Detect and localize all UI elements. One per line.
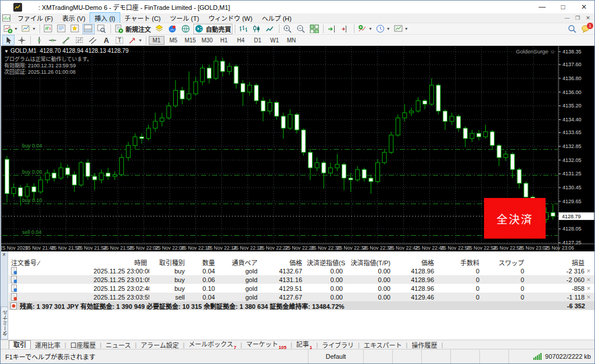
chevron-down-icon[interactable]: ▼: [404, 27, 408, 31]
timeframe-m1[interactable]: M1: [149, 36, 164, 45]
menu-item-4[interactable]: ツール (T): [166, 13, 204, 23]
tab-6-マーケット[interactable]: マーケット105: [242, 339, 291, 349]
new-order-button[interactable]: 新規注文: [113, 24, 152, 34]
menu-item-2[interactable]: 挿入 (I): [90, 13, 120, 23]
column-header-6[interactable]: 決済逆指値(S/L): [304, 258, 345, 267]
one-click-trading-toggle[interactable]: ▼: [4, 49, 9, 54]
indicators-button[interactable]: ▼: [357, 24, 374, 34]
profiles-button[interactable]: ▼: [20, 24, 37, 34]
templates-button[interactable]: ▼: [393, 24, 410, 34]
close-button[interactable]: ✕: [574, 1, 594, 13]
line-chart-button[interactable]: [264, 24, 277, 34]
chart-shift-button[interactable]: [339, 24, 352, 34]
label-button[interactable]: T: [113, 35, 126, 45]
order-row[interactable]: 2025.11.25 23:02:40buy0.10gold4129.510.0…: [9, 284, 595, 293]
column-header-0[interactable]: 注文番号 ∕: [9, 258, 91, 267]
text-button[interactable]: A: [100, 35, 112, 45]
candle-chart-button[interactable]: [251, 24, 263, 34]
tab-1-運用比率[interactable]: 運用比率: [31, 340, 64, 349]
web-trading-button[interactable]: [180, 24, 192, 34]
strategy-tester-button[interactable]: [96, 24, 108, 34]
mdi-minimize-icon[interactable]: —: [564, 15, 571, 21]
column-header-5[interactable]: 価格: [260, 258, 304, 267]
terminal-button[interactable]: [83, 24, 95, 34]
navigator-button[interactable]: [69, 24, 81, 34]
tab-10-操作履歴[interactable]: 操作履歴: [407, 340, 441, 349]
tab-5-メールボックス[interactable]: メールボックス7: [185, 339, 241, 349]
new-chart-button[interactable]: ▼: [2, 24, 19, 34]
maximize-button[interactable]: □: [553, 1, 574, 13]
tab-0-取引[interactable]: 取引: [9, 340, 31, 349]
timeframe-m15[interactable]: M15: [182, 36, 198, 45]
order-row[interactable]: 2025.11.25 23:01:05buy0.06gold4131.160.0…: [9, 275, 595, 284]
autotrade-button[interactable]: 自動売買: [193, 24, 232, 34]
close-position-icon[interactable]: ✕: [585, 286, 593, 291]
column-header-3[interactable]: 数量: [187, 258, 217, 267]
horizontal-line-button[interactable]: [46, 35, 59, 45]
order-row[interactable]: 2025.11.25 23:00:00buy0.04gold4132.670.0…: [9, 266, 595, 275]
chart-window-icon[interactable]: [2, 15, 10, 21]
fibonacci-button[interactable]: [73, 35, 85, 45]
column-header-10[interactable]: スワップ: [482, 258, 526, 267]
terminal-close-icon[interactable]: ×: [2, 252, 6, 258]
cursor-button[interactable]: [2, 35, 15, 45]
connection-status[interactable]: 907022/2222 kb: [508, 349, 595, 363]
tab-4-アラーム設定[interactable]: アラーム設定: [137, 340, 183, 349]
timeframe-m5[interactable]: M5: [166, 36, 181, 45]
community-button[interactable]: [167, 24, 179, 34]
market-watch-button[interactable]: [42, 24, 55, 34]
chevron-down-icon[interactable]: ▼: [32, 27, 36, 31]
terminal-side-tab[interactable]: ターミナル: [1, 307, 8, 340]
menu-item-5[interactable]: ウィンドウ (W): [204, 13, 257, 23]
shapes-button[interactable]: ▼: [127, 35, 144, 45]
metaeditor-button[interactable]: [153, 24, 166, 34]
column-header-1[interactable]: 時間: [91, 258, 149, 267]
close-position-icon[interactable]: ✕: [585, 277, 593, 283]
menu-item-3[interactable]: チャート (C): [120, 13, 165, 23]
menu-item-1[interactable]: 表示 (V): [58, 13, 90, 23]
zoom-in-button[interactable]: [282, 24, 294, 34]
chevron-down-icon[interactable]: ▼: [386, 27, 390, 31]
minimize-button[interactable]: —: [532, 1, 553, 13]
tab-7-記事[interactable]: 記事1: [292, 339, 316, 349]
periods-button[interactable]: ▼: [375, 24, 392, 34]
search-button[interactable]: [566, 24, 578, 34]
channel-button[interactable]: [87, 35, 99, 45]
close-all-button[interactable]: 全決済: [484, 198, 546, 239]
tab-3-ニュース[interactable]: ニュース: [102, 340, 135, 349]
data-window-button[interactable]: [56, 24, 68, 34]
column-header-2[interactable]: 取引種別: [149, 258, 187, 267]
tile-windows-button[interactable]: [309, 24, 321, 34]
chart-area[interactable]: 25 Nov 202525 Nov 21:4625 Nov 21:5025 No…: [1, 46, 595, 251]
timeframe-h4[interactable]: H4: [233, 36, 249, 45]
auto-scroll-button[interactable]: [326, 24, 338, 34]
close-position-icon[interactable]: ✕: [585, 294, 593, 300]
order-row[interactable]: 2025.11.25 23:03:55sell0.04gold4127.670.…: [9, 293, 595, 301]
trendline-button[interactable]: [60, 35, 72, 45]
timeframe-m30[interactable]: M30: [199, 36, 215, 45]
timeframe-d1[interactable]: D1: [250, 36, 266, 45]
zoom-out-button[interactable]: [295, 24, 307, 34]
column-header-4[interactable]: 通貨ペア: [217, 258, 260, 267]
close-position-icon[interactable]: ✕: [585, 268, 593, 274]
notifications-button[interactable]: 1: [579, 24, 592, 34]
menu-item-6[interactable]: ヘルプ (H): [257, 13, 296, 23]
timeframe-h1[interactable]: H1: [216, 36, 232, 45]
timeframe-mn[interactable]: MN: [284, 36, 299, 45]
tab-2-口座履歴[interactable]: 口座履歴: [66, 340, 100, 349]
chevron-down-icon[interactable]: ▼: [368, 27, 372, 31]
bar-chart-button[interactable]: [238, 24, 250, 34]
chevron-down-icon[interactable]: ▼: [14, 27, 18, 31]
ea-smiley-icon[interactable]: ☺: [550, 48, 555, 55]
tab-8-ライブラリ[interactable]: ライブラリ: [318, 340, 358, 349]
column-header-7[interactable]: 決済指値(T/P): [345, 258, 393, 267]
menu-item-0[interactable]: ファイル (F): [13, 13, 58, 23]
timeframe-w1[interactable]: W1: [267, 36, 282, 45]
column-header-9[interactable]: 手数料: [436, 258, 482, 267]
mdi-close-icon[interactable]: ✕: [585, 15, 592, 21]
crosshair-button[interactable]: [16, 35, 28, 45]
tab-9-エキスパート[interactable]: エキスパート: [360, 340, 406, 349]
column-header-11[interactable]: 損益: [526, 258, 595, 267]
profile-selector[interactable]: Default: [308, 349, 363, 363]
mdi-restore-icon[interactable]: ❐: [574, 15, 581, 21]
